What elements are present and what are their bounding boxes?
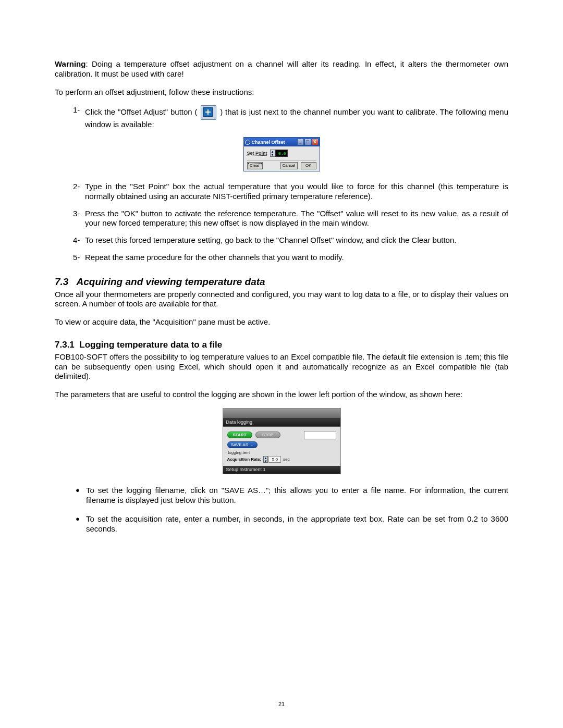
warning-paragraph: Warning: Doing a temperature offset adju… xyxy=(55,59,508,79)
channel-offset-title: Channel Offset xyxy=(252,140,297,145)
step-1-body: Click the "Offset Adjust" button ( ) tha… xyxy=(85,105,508,130)
current-filename: logging.tem xyxy=(228,450,336,455)
titlebar-icon xyxy=(245,140,250,145)
datalogging-figure: Data logging START STOP SAVE AS … loggin… xyxy=(55,408,508,474)
section-7-3-p2: To view or acquire data, the "Acquisitio… xyxy=(55,317,508,327)
step-4-body: To reset this forced temperature setting… xyxy=(85,236,508,245)
step-3-marker: 3- xyxy=(55,209,85,229)
bullet-2-text: To set the acquisition rate, enter a num… xyxy=(86,514,508,534)
step-4: 4- To reset this forced temperature sett… xyxy=(55,236,508,245)
step-3-body: Press the "OK" button to activate the re… xyxy=(85,209,508,229)
section-7-3-number: 7.3 xyxy=(55,276,68,287)
step-5: 5- Repeat the same procedure for the oth… xyxy=(55,253,508,263)
section-7-3-1-title: Logging temperature data to a file xyxy=(79,340,222,350)
acquisition-rate-unit: sec xyxy=(283,457,289,462)
datalogging-header: Data logging xyxy=(223,418,340,427)
bullet-1-text: To set the logging filename, click on "S… xyxy=(86,486,508,505)
offset-adjust-icon xyxy=(201,105,216,120)
step-3: 3- Press the "OK" button to activate the… xyxy=(55,209,508,229)
step-2-marker: 2- xyxy=(55,182,85,202)
logging-bullets: ● To set the logging filename, click on … xyxy=(55,486,508,534)
acquisition-rate-row: Acquisition Rate: ▲▼ 5.0 sec xyxy=(227,456,336,463)
warning-text: : Doing a temperature offset adjustment … xyxy=(55,59,508,78)
step-4-marker: 4- xyxy=(55,236,85,245)
datalogging-row-buttons: START STOP xyxy=(227,431,336,439)
step-5-body: Repeat the same procedure for the other … xyxy=(85,253,508,263)
channel-offset-buttons: Clear Cancel OK xyxy=(247,160,316,169)
acquisition-rate-spinner[interactable]: ▲▼ xyxy=(263,456,268,463)
ok-button[interactable]: OK xyxy=(301,162,316,169)
acquisition-rate-input[interactable]: 5.0 xyxy=(268,456,281,463)
close-button[interactable]: X xyxy=(312,139,319,145)
acquisition-rate-label: Acquisition Rate: xyxy=(227,457,262,462)
warning-label: Warning xyxy=(55,59,85,68)
filename-box[interactable] xyxy=(304,431,336,439)
datalogging-row-saveas: SAVE AS … xyxy=(227,441,336,448)
setpoint-row: Set Point ▲▼ 0.0 xyxy=(247,150,316,157)
setpoint-input[interactable]: 0.0 xyxy=(275,150,288,157)
intro-instructions: To perform an offset adjustment, follow … xyxy=(55,88,508,97)
section-7-3-1-p1: FOB100-SOFT offers the possibility to lo… xyxy=(55,352,508,381)
instructions-list: 1- Click the "Offset Adjust" button ( ) … xyxy=(55,105,508,130)
section-7-3-1-heading: 7.3.1 Logging temperature data to a file xyxy=(55,340,508,350)
channel-offset-titlebar: Channel Offset _ □ X xyxy=(244,138,320,146)
step-1: 1- Click the "Offset Adjust" button ( ) … xyxy=(55,105,508,130)
channel-offset-window: Channel Offset _ □ X Set Point ▲▼ 0.0 Cl… xyxy=(243,137,320,171)
section-7-3-1-number: 7.3.1 xyxy=(55,340,75,350)
bullet-2-marker: ● xyxy=(55,514,86,534)
datalogging-footer: Setup Instrument 1 xyxy=(223,466,340,474)
section-7-3-title: Acquiring and viewing temperature data xyxy=(77,276,265,287)
setpoint-label: Set Point xyxy=(247,151,267,156)
bullet-1: ● To set the logging filename, click on … xyxy=(55,486,508,505)
step-1-text-a: Click the "Offset Adjust" button ( xyxy=(85,107,200,116)
step-5-marker: 5- xyxy=(55,253,85,263)
setpoint-spinner[interactable]: ▲▼ xyxy=(270,150,275,157)
section-7-3-p1: Once all your thermometers are properly … xyxy=(55,290,508,310)
channel-offset-body: Set Point ▲▼ 0.0 Clear Cancel OK xyxy=(244,146,320,171)
save-as-button[interactable]: SAVE AS … xyxy=(227,441,258,448)
datalogging-body: START STOP SAVE AS … logging.tem Acquisi… xyxy=(223,427,340,466)
maximize-button[interactable]: □ xyxy=(304,139,311,145)
start-button[interactable]: START xyxy=(227,431,252,438)
page: Warning: Doing a temperature offset adju… xyxy=(0,0,563,728)
datalogging-panel-strip xyxy=(223,409,340,418)
bullet-1-marker: ● xyxy=(55,486,86,505)
cancel-button[interactable]: Cancel xyxy=(280,162,298,169)
stop-button[interactable]: STOP xyxy=(255,431,280,438)
channel-offset-figure: Channel Offset _ □ X Set Point ▲▼ 0.0 Cl… xyxy=(55,137,508,171)
clear-button[interactable]: Clear xyxy=(247,162,263,169)
section-7-3-heading: 7.3 Acquiring and viewing temperature da… xyxy=(55,276,508,288)
page-number: 21 xyxy=(0,701,563,707)
minimize-button[interactable]: _ xyxy=(297,139,304,145)
step-2: 2- Type in the "Set Point" box the actua… xyxy=(55,182,508,202)
step-2-body: Type in the "Set Point" box the actual t… xyxy=(85,182,508,202)
bullet-2: ● To set the acquisition rate, enter a n… xyxy=(55,514,508,534)
step-1-marker: 1- xyxy=(55,105,85,130)
section-7-3-1-p2: The parameters that are useful to contro… xyxy=(55,390,508,400)
plus-icon xyxy=(203,107,213,117)
datalogging-panel: Data logging START STOP SAVE AS … loggin… xyxy=(223,408,341,474)
instructions-list-cont: 2- Type in the "Set Point" box the actua… xyxy=(55,182,508,263)
